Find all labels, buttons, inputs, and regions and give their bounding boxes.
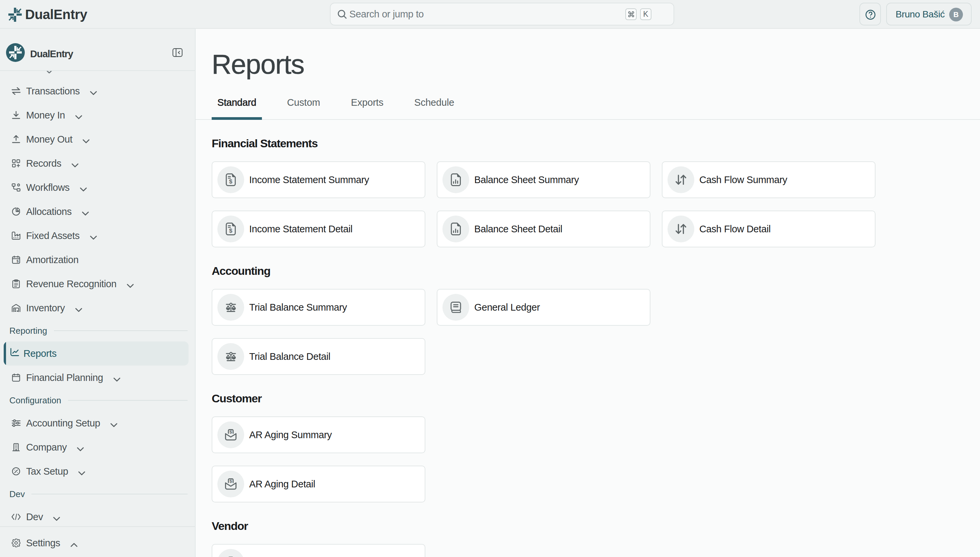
svg-text:$: $: [229, 227, 232, 234]
svg-text:$: $: [229, 178, 232, 185]
svg-text:$: $: [230, 430, 232, 435]
svg-text:$: $: [16, 259, 18, 263]
svg-text:$: $: [230, 479, 232, 484]
